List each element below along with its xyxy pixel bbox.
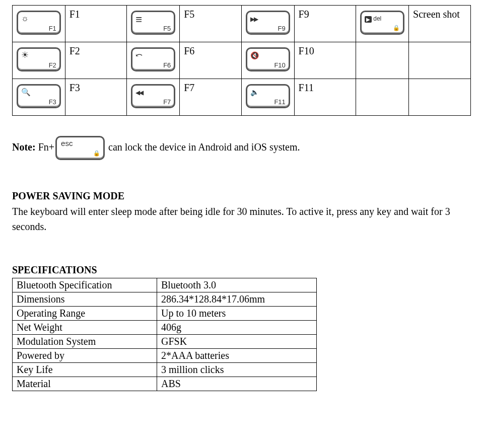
menu-icon xyxy=(135,14,142,25)
note-label: Note: xyxy=(12,141,36,153)
brightness-icon xyxy=(21,14,29,23)
key-sublabel: F7 xyxy=(163,99,171,105)
key-sublabel: F2 xyxy=(49,62,56,68)
F7-keycap: F7 xyxy=(131,84,175,108)
spec-key: Key Life xyxy=(13,363,157,377)
search-icon xyxy=(21,88,31,96)
keycap-cell: F5 xyxy=(127,6,180,42)
note-fn-prefix: Fn+ xyxy=(36,141,54,153)
spec-key: Material xyxy=(13,377,157,391)
spec-value: 2*AAA batteries xyxy=(157,349,317,363)
esc-key-label: esc xyxy=(61,139,73,147)
power-saving-heading: POWER SAVING MODE xyxy=(12,190,471,202)
spec-key: Powered by xyxy=(13,349,157,363)
key-function-label: F6 xyxy=(180,42,242,79)
key-function-label: F10 xyxy=(294,42,356,79)
key-sublabel: F11 xyxy=(274,99,285,105)
spec-key: Operating Range xyxy=(13,307,157,321)
esc-keycap: esc xyxy=(55,136,105,160)
key-sublabel: F5 xyxy=(163,25,171,32)
note-suffix: can lock the device in Android and iOS s… xyxy=(106,141,300,153)
F11-keycap: F11 xyxy=(246,84,290,108)
spec-value: GFSK xyxy=(157,335,317,349)
spec-value: Bluetooth 3.0 xyxy=(157,278,317,292)
F6-keycap: F6 xyxy=(131,47,175,71)
spec-value: 406g xyxy=(157,321,317,335)
key-function-label: F3 xyxy=(65,79,127,116)
spec-key: Bluetooth Specification xyxy=(13,278,157,292)
spec-key: Dimensions xyxy=(13,292,157,307)
F3-keycap: F3 xyxy=(17,84,61,108)
note-line: Note: Fn+esc can lock the device in Andr… xyxy=(12,136,471,160)
lock-icon xyxy=(93,150,100,157)
key-function-label: Screen shot xyxy=(409,6,471,42)
spec-key: Net Weight xyxy=(13,321,157,335)
keycap-cell: F10 xyxy=(241,42,294,79)
keycap-cell xyxy=(356,79,409,116)
key-function-label: F1 xyxy=(65,6,127,42)
key-function-label: F5 xyxy=(180,6,242,42)
keycap-cell: F9 xyxy=(241,6,294,42)
keycap-cell: F1 xyxy=(13,6,65,42)
keycap-cell: F3 xyxy=(13,79,65,116)
forward-icon xyxy=(250,14,257,23)
camera-icon: del xyxy=(365,14,381,23)
keycap-cell: F2 xyxy=(13,42,65,79)
mute-icon xyxy=(250,51,259,59)
key-function-label: F9 xyxy=(294,6,356,42)
function-key-table: F1F1F5F5F9F9delScreen shotF2F2F6F6F10F10… xyxy=(12,5,471,116)
F5-keycap: F5 xyxy=(131,11,175,35)
key-sublabel: F10 xyxy=(274,62,285,68)
keycap-cell: F11 xyxy=(241,79,294,116)
key-function-label: F11 xyxy=(294,79,356,116)
specifications-heading: SPECIFICATIONS xyxy=(12,264,471,276)
F10-keycap: F10 xyxy=(246,47,290,71)
back-icon xyxy=(135,51,143,59)
spec-key: Modulation System xyxy=(13,335,157,349)
key-sublabel: F9 xyxy=(278,25,286,32)
spec-value: ABS xyxy=(157,377,317,391)
key-function-label xyxy=(409,79,471,116)
keycap-cell: F6 xyxy=(127,42,180,79)
key-function-label: F2 xyxy=(65,42,127,79)
lock-icon xyxy=(393,24,400,32)
key-function-label: F7 xyxy=(180,79,242,116)
rewind-icon xyxy=(135,88,143,96)
keycap-cell: F7 xyxy=(127,79,180,116)
brightness2-icon xyxy=(21,51,29,59)
key-function-label xyxy=(409,42,471,79)
F2-keycap: F2 xyxy=(17,47,61,71)
spec-value: 3 million clicks xyxy=(157,363,317,377)
key-sublabel: F3 xyxy=(49,99,56,105)
F9-keycap: F9 xyxy=(246,11,290,35)
keycap-cell xyxy=(356,42,409,79)
power-saving-body: The keyboard will enter sleep mode after… xyxy=(12,204,471,234)
keycap-cell: del xyxy=(356,6,409,42)
key-sublabel: F6 xyxy=(163,62,171,68)
spec-value: 286.34*128.84*17.06mm xyxy=(157,292,317,307)
spec-value: Up to 10 meters xyxy=(157,307,317,321)
key-sublabel: F1 xyxy=(49,25,56,32)
voldown-icon xyxy=(250,88,259,96)
F1-keycap: F1 xyxy=(17,11,61,35)
specifications-table: Bluetooth SpecificationBluetooth 3.0Dime… xyxy=(12,278,317,391)
del-keycap: del xyxy=(360,11,404,35)
